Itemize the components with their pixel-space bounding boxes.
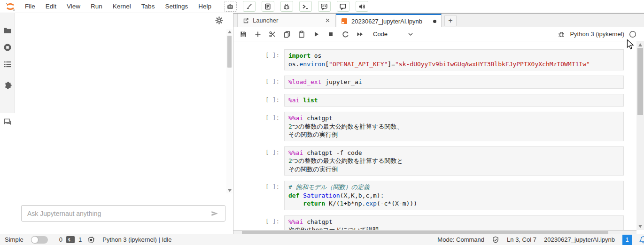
file-browser-icon[interactable]	[3, 26, 12, 35]
notebook-cell[interactable]: [ ]:%%ai chatgpt次のPythonコードについて説明	[233, 215, 636, 230]
run-all-icon[interactable]	[356, 30, 364, 38]
running-sessions-icon[interactable]	[3, 43, 12, 52]
cell-input-editor[interactable]: %ai list	[284, 94, 624, 107]
tab-label: Launcher	[253, 17, 321, 24]
paste-icon[interactable]	[297, 30, 305, 38]
code-line: os.environ["OPENAI_API_KEY"]="sk-dUOyyTv…	[288, 60, 620, 69]
code-line: %%ai chatgpt	[288, 218, 620, 226]
code-line: その関数の実行例	[288, 130, 620, 139]
notebook-scrollbar-thumb[interactable]	[637, 48, 643, 115]
trust-shield-icon[interactable]	[492, 236, 499, 244]
close-icon[interactable]	[325, 17, 331, 23]
brush-icon[interactable]	[243, 1, 256, 12]
chat-input[interactable]	[27, 210, 210, 217]
cell-input-editor[interactable]: %load_ext jupyter_ai	[284, 76, 624, 89]
notebook-cell[interactable]: [ ]:%load_ext jupyter_ai	[233, 76, 636, 89]
chat-scrollbar-down-arrow[interactable]	[228, 189, 232, 192]
cursor-position[interactable]: Ln 3, Col 7	[507, 236, 536, 243]
kernel-status-icon[interactable]	[629, 31, 636, 38]
run-icon[interactable]	[312, 30, 320, 38]
statusbar-filename: 20230627_jupyterAI.ipynb	[544, 236, 615, 243]
menu-item-edit[interactable]: Edit	[40, 0, 62, 13]
menu-item-kernel[interactable]: Kernel	[108, 0, 136, 13]
menu-item-view[interactable]: View	[62, 0, 85, 13]
notebook-toolbar: Code Python 3 (ipykernel)	[233, 27, 644, 41]
code-chat-icon[interactable]	[318, 1, 331, 12]
notebook-cell[interactable]: [ ]:%%ai chatgpt -f code2つの整数の最大公約数を計算する…	[233, 146, 636, 176]
notebook-cell[interactable]: [ ]:%%ai chatgpt2つの整数の最大公約数を計算する関数、その関数の…	[233, 112, 636, 141]
horizontal-scrollbar-thumb[interactable]	[242, 231, 608, 234]
save-icon[interactable]	[239, 30, 247, 38]
extensions-icon[interactable]	[3, 80, 12, 90]
cell-input-editor[interactable]: # 飽和モデル（関数）の定義def Saturation(X,K,b,c,m):…	[284, 181, 624, 210]
tab-notebook[interactable]: 20230627_jupyterAI.ipynb	[336, 14, 442, 27]
cell-input-editor[interactable]: %%ai chatgpt -f code2つの整数の最大公約数を計算する関数とそ…	[284, 146, 624, 176]
cell-input-editor[interactable]: import osos.environ["OPENAI_API_KEY"]="s…	[284, 49, 624, 70]
bell-icon[interactable]	[639, 236, 644, 244]
cell-input-editor[interactable]: %%ai chatgpt次のPythonコードについて説明	[284, 215, 624, 230]
chat-scrollbar[interactable]	[226, 29, 233, 193]
chat-input-box	[21, 205, 225, 222]
launcher-icon	[242, 17, 249, 24]
table-of-contents-icon[interactable]	[3, 60, 12, 69]
insert-cell-icon[interactable]	[254, 30, 262, 38]
scrollbar-down-arrow[interactable]	[638, 225, 642, 228]
dirty-indicator-dot[interactable]	[433, 20, 436, 23]
speaker-icon[interactable]	[356, 1, 368, 12]
cell-input-editor[interactable]: %%ai chatgpt2つの整数の最大公約数を計算する関数、その関数の実行例	[284, 112, 624, 141]
kernel-count[interactable]: 1	[78, 236, 82, 243]
kernel-status-text[interactable]: Python 3 (ipykernel) | Idle	[102, 236, 171, 243]
scrollbar-up-arrow[interactable]	[638, 43, 642, 46]
gear-icon[interactable]	[215, 16, 223, 24]
menubar: FileEditViewRunKernelTabsSettingsHelp	[0, 0, 644, 13]
code-line: 次のPythonコードについて説明	[288, 226, 620, 230]
menu-item-file[interactable]: File	[20, 0, 40, 13]
notebook-cell[interactable]: [ ]:import osos.environ["OPENAI_API_KEY"…	[233, 49, 636, 70]
terminal-count[interactable]: 0	[59, 236, 62, 243]
cell-type-select[interactable]: Code	[373, 31, 388, 38]
stop-icon[interactable]	[326, 30, 334, 38]
code-line: 2つの整数の最大公約数を計算する関数と	[288, 157, 620, 165]
debugger-bug-icon[interactable]	[557, 30, 565, 38]
notification-count-badge[interactable]: 1	[622, 235, 632, 245]
copy-icon[interactable]	[283, 30, 291, 38]
terminal-icon[interactable]	[299, 1, 312, 12]
chat-icon[interactable]	[3, 117, 12, 127]
notebook-vertical-scrollbar[interactable]	[636, 41, 644, 230]
code-line: %ai list	[288, 96, 620, 105]
command-mode-indicator[interactable]: Mode: Command	[437, 236, 484, 243]
cell-prompt: [ ]:	[262, 215, 279, 225]
code-line: その関数の実行例	[288, 165, 620, 174]
simple-mode-label: Simple	[5, 236, 23, 243]
cells: [ ]:import osos.environ["OPENAI_API_KEY"…	[233, 41, 636, 230]
new-tab-button[interactable]: +	[444, 15, 457, 26]
chat-bubble-icon[interactable]	[337, 1, 349, 12]
bug-icon[interactable]	[280, 1, 293, 12]
notebook-content: [ ]:import osos.environ["OPENAI_API_KEY"…	[233, 41, 644, 234]
chat-scrollbar-up-arrow[interactable]	[228, 31, 232, 33]
terminal-badge-icon[interactable]: $_	[66, 236, 75, 243]
simple-mode-toggle[interactable]	[31, 236, 48, 244]
notebook-horizontal-scrollbar[interactable]	[233, 230, 636, 234]
cell-prompt: [ ]:	[262, 181, 279, 190]
send-icon[interactable]	[210, 210, 219, 217]
kernel-chip-icon[interactable]	[87, 236, 95, 244]
document-icon[interactable]	[262, 1, 274, 12]
menubar-menus: FileEditViewRunKernelTabsSettingsHelp	[20, 0, 217, 13]
menu-item-help[interactable]: Help	[193, 0, 217, 13]
notebook-cell[interactable]: [ ]:%ai list	[233, 94, 636, 107]
menu-item-settings[interactable]: Settings	[160, 0, 193, 13]
notebook-cell[interactable]: [ ]:# 飽和モデル（関数）の定義def Saturation(X,K,b,c…	[233, 181, 636, 210]
chevron-down-icon[interactable]	[406, 30, 414, 38]
cut-icon[interactable]	[268, 30, 276, 38]
toggle-knob	[31, 237, 38, 243]
restart-kernel-icon[interactable]	[341, 30, 349, 38]
chat-scrollbar-thumb[interactable]	[227, 36, 232, 68]
menu-item-run[interactable]: Run	[85, 0, 108, 13]
menu-item-tabs[interactable]: Tabs	[136, 0, 160, 13]
code-line: import os	[288, 52, 620, 60]
cell-prompt: [ ]:	[262, 146, 279, 156]
tab-launcher[interactable]: Launcher	[237, 14, 336, 27]
robot-icon[interactable]	[224, 1, 237, 12]
kernel-name[interactable]: Python 3 (ipykernel)	[570, 31, 624, 38]
